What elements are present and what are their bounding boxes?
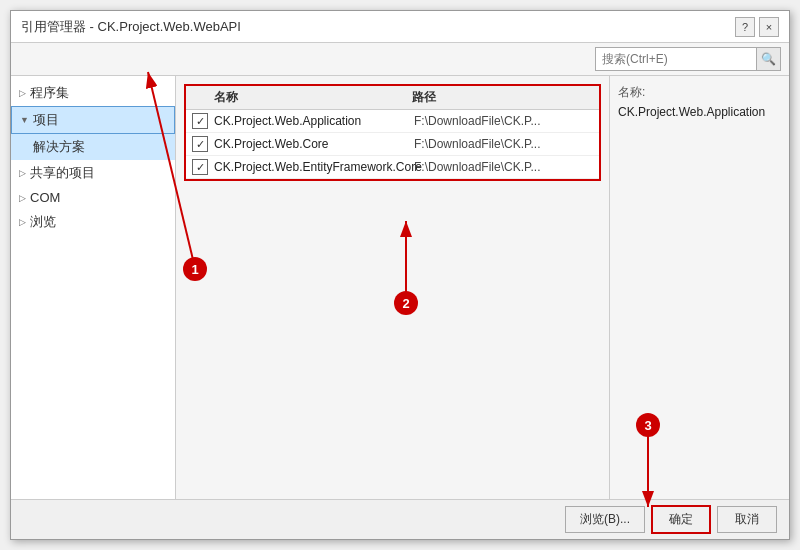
bottom-bar: 浏览(B)... 确定 取消 [11, 499, 789, 539]
row-checkbox-0[interactable] [192, 113, 208, 129]
sidebar-item-project[interactable]: ▼ 项目 [11, 106, 175, 134]
title-controls: ? × [735, 17, 779, 37]
question-button[interactable]: ? [735, 17, 755, 37]
col-header-path: 路径 [412, 89, 593, 106]
confirm-button[interactable]: 确定 [651, 505, 711, 534]
sidebar-label-project: 项目 [33, 111, 59, 129]
close-button[interactable]: × [759, 17, 779, 37]
table-header: 名称 路径 [186, 86, 599, 110]
row-checkbox-2[interactable] [192, 159, 208, 175]
table-row[interactable]: CK.Project.Web.EntityFramework.Core F:\D… [186, 156, 599, 179]
row-path-1: F:\DownloadFile\CK.P... [414, 137, 593, 151]
sidebar-item-shared[interactable]: ▷ 共享的项目 [11, 160, 175, 186]
center-panel: 名称 路径 CK.Project.Web.Application F:\Down… [176, 76, 609, 499]
search-bar: 🔍 [11, 43, 789, 76]
row-path-0: F:\DownloadFile\CK.P... [414, 114, 593, 128]
sidebar-item-solution[interactable]: 解决方案 [11, 134, 175, 160]
main-content: ▷ 程序集 ▼ 项目 解决方案 ▷ 共享的项目 ▷ COM ▷ 浏览 [11, 76, 789, 499]
sidebar-label-solution: 解决方案 [33, 139, 85, 154]
right-panel-label: 名称: [618, 84, 781, 101]
project-table: 名称 路径 CK.Project.Web.Application F:\Down… [184, 84, 601, 181]
expand-icon-com: ▷ [19, 193, 26, 203]
search-input[interactable] [596, 48, 756, 70]
dialog-window: 引用管理器 - CK.Project.Web.WebAPI ? × 🔍 ▷ 程序… [10, 10, 790, 540]
sidebar: ▷ 程序集 ▼ 项目 解决方案 ▷ 共享的项目 ▷ COM ▷ 浏览 [11, 76, 176, 499]
row-path-2: F:\DownloadFile\CK.P... [414, 160, 593, 174]
window-title: 引用管理器 - CK.Project.Web.WebAPI [21, 18, 241, 36]
table-row[interactable]: CK.Project.Web.Application F:\DownloadFi… [186, 110, 599, 133]
annotation-badge-2: 2 [394, 291, 418, 315]
expand-icon-shared: ▷ [19, 168, 26, 178]
search-input-wrap: 🔍 [595, 47, 781, 71]
expand-icon-browse: ▷ [19, 217, 26, 227]
title-bar-left: 引用管理器 - CK.Project.Web.WebAPI [21, 18, 241, 36]
browse-button[interactable]: 浏览(B)... [565, 506, 645, 533]
sidebar-label-com: COM [30, 190, 60, 205]
right-panel-value: CK.Project.Web.Application [618, 105, 781, 119]
right-panel: 名称: CK.Project.Web.Application [609, 76, 789, 499]
sidebar-item-browse[interactable]: ▷ 浏览 [11, 209, 175, 235]
row-name-2: CK.Project.Web.EntityFramework.Core [214, 160, 414, 174]
sidebar-label-browse: 浏览 [30, 213, 56, 231]
row-name-1: CK.Project.Web.Core [214, 137, 414, 151]
expand-icon-assemblies: ▷ [19, 88, 26, 98]
sidebar-label-shared: 共享的项目 [30, 164, 95, 182]
sidebar-label-assemblies: 程序集 [30, 84, 69, 102]
expand-icon-project: ▼ [20, 115, 29, 125]
title-bar: 引用管理器 - CK.Project.Web.WebAPI ? × [11, 11, 789, 43]
col-header-name: 名称 [192, 89, 412, 106]
search-button[interactable]: 🔍 [756, 48, 780, 70]
table-row[interactable]: CK.Project.Web.Core F:\DownloadFile\CK.P… [186, 133, 599, 156]
row-name-0: CK.Project.Web.Application [214, 114, 414, 128]
sidebar-item-com[interactable]: ▷ COM [11, 186, 175, 209]
cancel-button[interactable]: 取消 [717, 506, 777, 533]
row-checkbox-1[interactable] [192, 136, 208, 152]
sidebar-item-assemblies[interactable]: ▷ 程序集 [11, 80, 175, 106]
